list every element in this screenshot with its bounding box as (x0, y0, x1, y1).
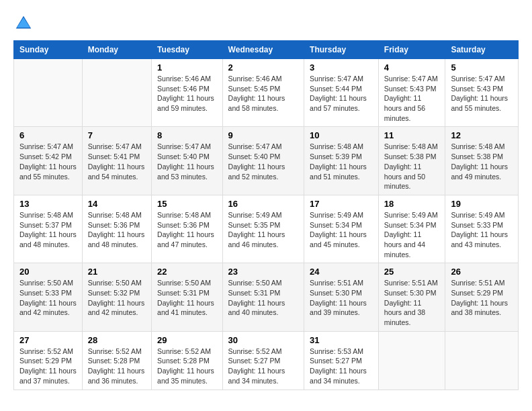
day-info: Sunrise: 5:47 AM Sunset: 5:43 PM Dayligh… (451, 74, 513, 113)
calendar-cell: 14Sunrise: 5:48 AM Sunset: 5:36 PM Dayli… (82, 195, 151, 263)
calendar-cell: 27Sunrise: 5:52 AM Sunset: 5:29 PM Dayli… (14, 331, 83, 390)
day-info: Sunrise: 5:47 AM Sunset: 5:40 PM Dayligh… (157, 142, 217, 181)
calendar-week-row: 27Sunrise: 5:52 AM Sunset: 5:29 PM Dayli… (14, 331, 519, 390)
day-info: Sunrise: 5:47 AM Sunset: 5:43 PM Dayligh… (384, 74, 440, 123)
day-number: 10 (310, 130, 373, 140)
calendar-cell: 20Sunrise: 5:50 AM Sunset: 5:33 PM Dayli… (14, 263, 83, 331)
day-info: Sunrise: 5:52 AM Sunset: 5:29 PM Dayligh… (19, 347, 77, 386)
day-number: 11 (384, 130, 440, 140)
header-thursday: Thursday (304, 41, 379, 59)
header-sunday: Sunday (14, 41, 83, 59)
day-info: Sunrise: 5:50 AM Sunset: 5:31 PM Dayligh… (157, 278, 217, 318)
calendar-week-row: 20Sunrise: 5:50 AM Sunset: 5:33 PM Dayli… (14, 263, 519, 331)
calendar-cell: 18Sunrise: 5:49 AM Sunset: 5:34 PM Dayli… (378, 195, 445, 263)
day-number: 6 (19, 130, 77, 140)
calendar-cell (82, 59, 151, 127)
day-info: Sunrise: 5:48 AM Sunset: 5:36 PM Dayligh… (88, 210, 146, 250)
day-number: 3 (310, 62, 373, 73)
day-number: 26 (451, 267, 513, 277)
day-info: Sunrise: 5:49 AM Sunset: 5:33 PM Dayligh… (451, 210, 513, 250)
header-monday: Monday (82, 41, 151, 59)
day-number: 2 (228, 62, 298, 73)
day-info: Sunrise: 5:47 AM Sunset: 5:40 PM Dayligh… (228, 142, 298, 181)
day-number: 22 (157, 267, 217, 277)
calendar-cell: 3Sunrise: 5:47 AM Sunset: 5:44 PM Daylig… (304, 59, 379, 127)
logo-icon (13, 13, 34, 34)
header-tuesday: Tuesday (152, 41, 223, 59)
calendar-cell: 5Sunrise: 5:47 AM Sunset: 5:43 PM Daylig… (445, 59, 519, 127)
day-info: Sunrise: 5:47 AM Sunset: 5:44 PM Dayligh… (310, 74, 373, 113)
day-info: Sunrise: 5:52 AM Sunset: 5:28 PM Dayligh… (88, 347, 146, 386)
calendar-cell: 23Sunrise: 5:50 AM Sunset: 5:31 PM Dayli… (222, 263, 304, 331)
day-number: 15 (157, 199, 217, 209)
day-number: 31 (310, 335, 373, 345)
calendar-cell: 2Sunrise: 5:46 AM Sunset: 5:45 PM Daylig… (222, 59, 304, 127)
calendar-cell: 4Sunrise: 5:47 AM Sunset: 5:43 PM Daylig… (378, 59, 445, 127)
day-number: 5 (451, 62, 513, 73)
day-info: Sunrise: 5:48 AM Sunset: 5:38 PM Dayligh… (451, 142, 513, 181)
day-info: Sunrise: 5:53 AM Sunset: 5:27 PM Dayligh… (310, 347, 373, 386)
day-info: Sunrise: 5:52 AM Sunset: 5:28 PM Dayligh… (157, 347, 217, 386)
calendar-cell: 11Sunrise: 5:48 AM Sunset: 5:38 PM Dayli… (378, 127, 445, 195)
calendar-cell: 7Sunrise: 5:47 AM Sunset: 5:41 PM Daylig… (82, 127, 151, 195)
calendar-cell: 6Sunrise: 5:47 AM Sunset: 5:42 PM Daylig… (14, 127, 83, 195)
day-number: 28 (88, 335, 146, 345)
header-saturday: Saturday (445, 41, 519, 59)
logo (13, 13, 36, 34)
calendar-cell: 25Sunrise: 5:51 AM Sunset: 5:30 PM Dayli… (378, 263, 445, 331)
calendar-week-row: 13Sunrise: 5:48 AM Sunset: 5:37 PM Dayli… (14, 195, 519, 263)
calendar-cell: 22Sunrise: 5:50 AM Sunset: 5:31 PM Dayli… (152, 263, 223, 331)
calendar-cell: 10Sunrise: 5:48 AM Sunset: 5:39 PM Dayli… (304, 127, 379, 195)
calendar-cell (14, 59, 83, 127)
day-info: Sunrise: 5:48 AM Sunset: 5:37 PM Dayligh… (19, 210, 77, 250)
day-number: 20 (19, 267, 77, 277)
day-number: 27 (19, 335, 77, 345)
day-number: 13 (19, 199, 77, 209)
day-info: Sunrise: 5:49 AM Sunset: 5:34 PM Dayligh… (310, 210, 373, 250)
day-info: Sunrise: 5:50 AM Sunset: 5:31 PM Dayligh… (228, 278, 298, 318)
day-info: Sunrise: 5:52 AM Sunset: 5:27 PM Dayligh… (228, 347, 298, 386)
day-number: 18 (384, 199, 440, 209)
calendar-cell: 16Sunrise: 5:49 AM Sunset: 5:35 PM Dayli… (222, 195, 304, 263)
calendar-table: SundayMondayTuesdayWednesdayThursdayFrid… (13, 40, 519, 390)
day-number: 25 (384, 267, 440, 277)
day-info: Sunrise: 5:51 AM Sunset: 5:29 PM Dayligh… (451, 278, 513, 318)
calendar-cell: 31Sunrise: 5:53 AM Sunset: 5:27 PM Dayli… (304, 331, 379, 390)
calendar-cell (445, 331, 519, 390)
calendar-week-row: 6Sunrise: 5:47 AM Sunset: 5:42 PM Daylig… (14, 127, 519, 195)
day-info: Sunrise: 5:48 AM Sunset: 5:39 PM Dayligh… (310, 142, 373, 181)
day-number: 29 (157, 335, 217, 345)
day-info: Sunrise: 5:50 AM Sunset: 5:32 PM Dayligh… (88, 278, 146, 318)
day-number: 8 (157, 130, 217, 140)
day-info: Sunrise: 5:51 AM Sunset: 5:30 PM Dayligh… (384, 278, 440, 327)
day-number: 17 (310, 199, 373, 209)
day-info: Sunrise: 5:47 AM Sunset: 5:41 PM Dayligh… (88, 142, 146, 181)
day-number: 23 (228, 267, 298, 277)
day-number: 14 (88, 199, 146, 209)
calendar-cell: 30Sunrise: 5:52 AM Sunset: 5:27 PM Dayli… (222, 331, 304, 390)
header-friday: Friday (378, 41, 445, 59)
calendar-week-row: 1Sunrise: 5:46 AM Sunset: 5:46 PM Daylig… (14, 59, 519, 127)
calendar-cell: 8Sunrise: 5:47 AM Sunset: 5:40 PM Daylig… (152, 127, 223, 195)
calendar-cell: 17Sunrise: 5:49 AM Sunset: 5:34 PM Dayli… (304, 195, 379, 263)
day-info: Sunrise: 5:49 AM Sunset: 5:35 PM Dayligh… (228, 210, 298, 250)
day-info: Sunrise: 5:47 AM Sunset: 5:42 PM Dayligh… (19, 142, 77, 181)
calendar-cell: 26Sunrise: 5:51 AM Sunset: 5:29 PM Dayli… (445, 263, 519, 331)
calendar-cell: 28Sunrise: 5:52 AM Sunset: 5:28 PM Dayli… (82, 331, 151, 390)
calendar-cell: 13Sunrise: 5:48 AM Sunset: 5:37 PM Dayli… (14, 195, 83, 263)
day-number: 21 (88, 267, 146, 277)
day-number: 30 (228, 335, 298, 345)
day-number: 19 (451, 199, 513, 209)
calendar-cell (378, 331, 445, 390)
day-info: Sunrise: 5:49 AM Sunset: 5:34 PM Dayligh… (384, 210, 440, 259)
day-number: 1 (157, 62, 217, 73)
calendar-cell: 9Sunrise: 5:47 AM Sunset: 5:40 PM Daylig… (222, 127, 304, 195)
day-number: 4 (384, 62, 440, 73)
header-wednesday: Wednesday (222, 41, 304, 59)
calendar-cell: 15Sunrise: 5:48 AM Sunset: 5:36 PM Dayli… (152, 195, 223, 263)
calendar-cell: 12Sunrise: 5:48 AM Sunset: 5:38 PM Dayli… (445, 127, 519, 195)
calendar-cell: 19Sunrise: 5:49 AM Sunset: 5:33 PM Dayli… (445, 195, 519, 263)
svg-marker-1 (17, 17, 30, 28)
day-number: 12 (451, 130, 513, 140)
day-info: Sunrise: 5:50 AM Sunset: 5:33 PM Dayligh… (19, 278, 77, 318)
